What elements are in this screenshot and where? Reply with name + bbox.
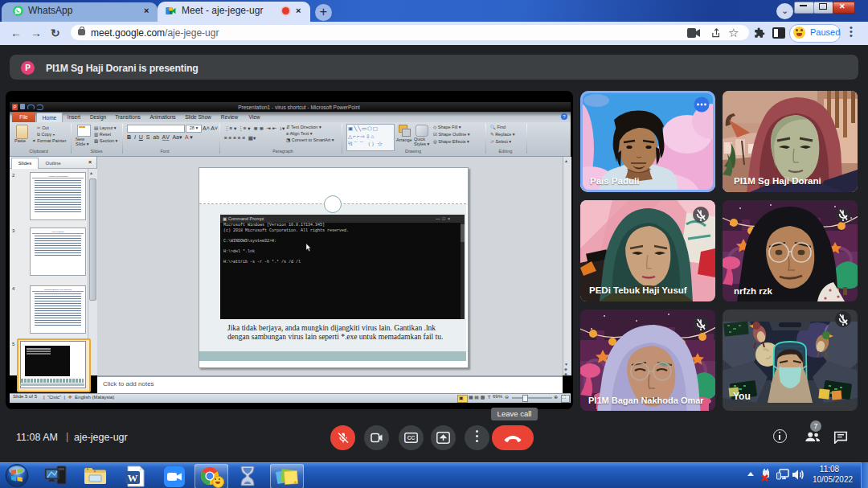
- svg-text:PI1M Bagan Nakhoda Omar: PI1M Bagan Nakhoda Omar: [588, 396, 704, 405]
- svg-text:CC: CC: [407, 435, 416, 441]
- svg-text:PEDi Tebuk Haji Yusuf: PEDi Tebuk Haji Yusuf: [589, 285, 687, 295]
- svg-text:nrfzh rzk: nrfzh rzk: [734, 286, 773, 296]
- svg-text:W: W: [128, 472, 138, 484]
- svg-text:PI1M Sg Haji Dorani: PI1M Sg Haji Dorani: [734, 176, 821, 186]
- svg-text:Pais Paduli: Pais Paduli: [590, 176, 639, 186]
- svg-text:You: You: [733, 391, 751, 402]
